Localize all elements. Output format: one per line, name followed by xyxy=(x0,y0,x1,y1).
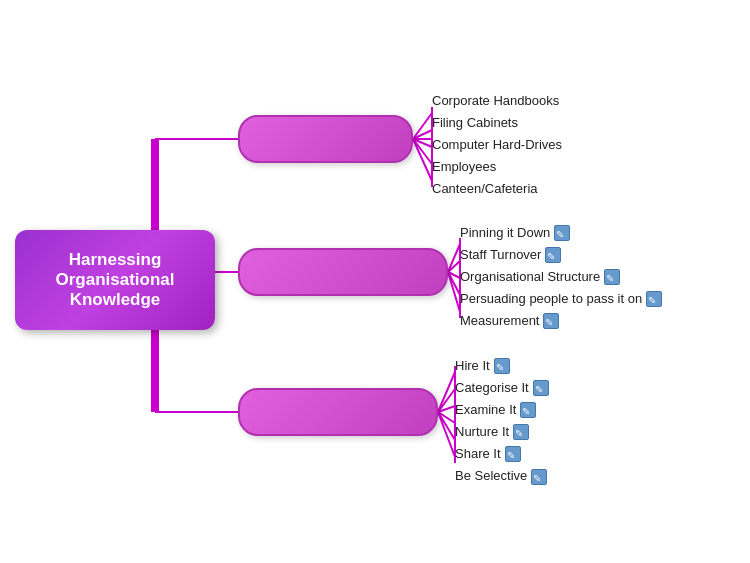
note-icon xyxy=(533,380,549,396)
note-icon xyxy=(543,313,559,329)
list-item[interactable]: Staff Turnover xyxy=(460,244,662,266)
note-icon xyxy=(513,424,529,440)
leaf-text: Measurement xyxy=(460,310,539,332)
note-icon xyxy=(604,269,620,285)
svg-line-21 xyxy=(438,412,455,457)
svg-line-12 xyxy=(448,272,460,278)
leaf-text: Computer Hard-Drives xyxy=(432,134,562,156)
leaf-text: Employees xyxy=(432,156,496,178)
leaf-text: Staff Turnover xyxy=(460,244,541,266)
list-item[interactable]: Measurement xyxy=(460,310,662,332)
leaf-text: Nurture It xyxy=(455,421,509,443)
leaf-text: Examine It xyxy=(455,399,516,421)
leaves-where: Corporate HandbooksFiling CabinetsComput… xyxy=(432,90,562,200)
svg-line-11 xyxy=(448,261,460,272)
svg-line-4 xyxy=(413,130,432,139)
note-icon xyxy=(505,446,521,462)
branch-node-barriers[interactable] xyxy=(238,248,448,296)
svg-line-5 xyxy=(413,139,432,147)
note-icon xyxy=(646,291,662,307)
svg-line-20 xyxy=(438,412,455,440)
leaves-building: Hire ItCategorise ItExamine ItNurture It… xyxy=(455,355,549,488)
list-item[interactable]: Categorise It xyxy=(455,377,549,399)
leaf-text: Categorise It xyxy=(455,377,529,399)
leaf-text: Filing Cabinets xyxy=(432,112,518,134)
list-item[interactable]: Examine It xyxy=(455,399,549,421)
list-item[interactable]: Organisational Structure xyxy=(460,266,662,288)
leaf-text: Persuading people to pass it on xyxy=(460,288,642,310)
list-item[interactable]: Hire It xyxy=(455,355,549,377)
list-item[interactable]: Corporate Handbooks xyxy=(432,90,562,112)
list-item[interactable]: Share It xyxy=(455,443,549,465)
central-node[interactable]: Harnessing Organisational Knowledge xyxy=(15,230,215,330)
svg-line-10 xyxy=(448,244,460,272)
leaf-text: Hire It xyxy=(455,355,490,377)
leaf-text: Be Selective xyxy=(455,465,527,487)
svg-line-3 xyxy=(413,113,432,139)
list-item[interactable]: Nurture It xyxy=(455,421,549,443)
note-icon xyxy=(545,247,561,263)
note-icon xyxy=(531,469,547,485)
svg-line-7 xyxy=(413,139,432,181)
note-icon xyxy=(494,358,510,374)
leaf-text: Share It xyxy=(455,443,501,465)
svg-line-13 xyxy=(448,272,460,295)
svg-line-14 xyxy=(448,272,460,312)
leaf-text: Pinning it Down xyxy=(460,222,550,244)
svg-line-19 xyxy=(438,412,455,423)
branch-node-building[interactable] xyxy=(238,388,438,436)
list-item[interactable]: Computer Hard-Drives xyxy=(432,134,562,156)
list-item[interactable]: Be Selective xyxy=(455,465,549,487)
leaf-text: Canteen/Cafeteria xyxy=(432,178,538,200)
central-label: Harnessing Organisational Knowledge xyxy=(55,250,174,310)
leaf-text: Corporate Handbooks xyxy=(432,90,559,112)
leaf-text: Organisational Structure xyxy=(460,266,600,288)
svg-line-18 xyxy=(438,406,455,412)
mind-map-canvas: Harnessing Organisational Knowledge Corp… xyxy=(0,0,750,563)
list-item[interactable]: Pinning it Down xyxy=(460,222,662,244)
svg-line-6 xyxy=(413,139,432,164)
svg-line-16 xyxy=(438,372,455,412)
note-icon xyxy=(520,402,536,418)
note-icon xyxy=(554,225,570,241)
branch-node-where[interactable] xyxy=(238,115,413,163)
leaves-barriers: Pinning it DownStaff TurnoverOrganisatio… xyxy=(460,222,662,332)
list-item[interactable]: Canteen/Cafeteria xyxy=(432,178,562,200)
list-item[interactable]: Employees xyxy=(432,156,562,178)
svg-line-17 xyxy=(438,389,455,412)
list-item[interactable]: Persuading people to pass it on xyxy=(460,288,662,310)
list-item[interactable]: Filing Cabinets xyxy=(432,112,562,134)
